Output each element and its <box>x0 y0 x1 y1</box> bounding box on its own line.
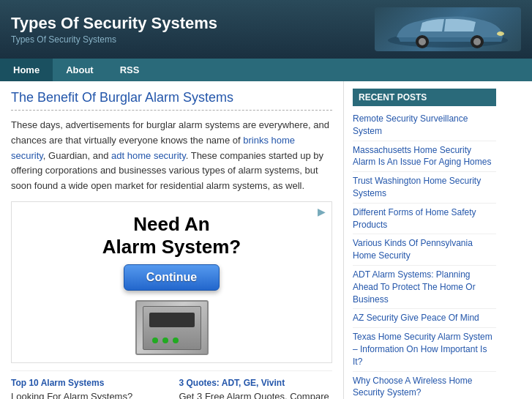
post-link-7[interactable]: Texas Home Security Alarm System – Infor… <box>353 332 492 367</box>
site-subtitle: Types Of Security Systems <box>11 34 217 45</box>
main-nav: Home About RSS <box>0 59 532 81</box>
list-item: Texas Home Security Alarm System – Infor… <box>353 328 496 371</box>
main-layout: The Benefit Of Burglar Alarm Systems The… <box>0 81 532 399</box>
bottom-link-1-desc: Looking For Alarm Systems? Compare Now! … <box>11 389 165 399</box>
list-item: Remote Security Surveillance System <box>353 110 496 141</box>
header-branding: Types Of Security Systems Types Of Secur… <box>11 14 217 45</box>
article-title: The Benefit Of Burglar Alarm Systems <box>11 90 332 111</box>
svg-point-4 <box>473 38 481 45</box>
list-item: AZ Security Give Peace Of Mind <box>353 309 496 328</box>
bottom-link-1: Top 10 Alarm Systems Looking For Alarm S… <box>11 377 165 399</box>
alarm-system-image <box>135 300 209 355</box>
bottom-link-2-title[interactable]: 3 Quotes: ADT, GE, Vivint <box>179 378 285 388</box>
sidebar: RECENT POSTS Remote Security Surveillanc… <box>344 81 505 399</box>
svg-point-5 <box>497 31 504 36</box>
list-item: ADT Alarm Systems: Planning Ahead To Pro… <box>353 266 496 309</box>
car-image <box>382 10 514 50</box>
article-text-mid: , Guardian, and <box>43 150 111 161</box>
continue-button[interactable]: Continue <box>124 264 220 291</box>
post-link-0[interactable]: Remote Security Surveillance System <box>353 113 468 136</box>
post-link-2[interactable]: Trust Washington Home Security Systems <box>353 176 481 198</box>
bottom-link-2: 3 Quotes: ADT, GE, Vivint Get 3 Free Ala… <box>179 377 333 399</box>
list-item: Various Kinds Of Pennsylvania Home Secur… <box>353 234 496 266</box>
nav-rss[interactable]: RSS <box>107 59 153 81</box>
bottom-ad-links: Top 10 Alarm Systems Looking For Alarm S… <box>11 370 332 399</box>
recent-posts-list: Remote Security Surveillance System Mass… <box>353 110 496 399</box>
article-body: These days, advertisements for burglar a… <box>11 118 332 194</box>
post-link-8[interactable]: Why Choose A Wireless Home Security Syst… <box>353 376 472 398</box>
bottom-link-1-title[interactable]: Top 10 Alarm Systems <box>11 378 104 388</box>
ad-arrow-icon: ▶ <box>318 206 326 217</box>
bottom-link-2-desc: Get 3 Free Alarm Quotes. Compare Compani… <box>179 389 333 399</box>
site-title: Types Of Security Systems <box>11 14 217 33</box>
list-item: Different Forms of Home Safety Products <box>353 204 496 235</box>
list-item: Massachusetts Home Security Alarm Is An … <box>353 141 496 173</box>
alarm-panel-graphic <box>143 306 201 350</box>
post-link-3[interactable]: Different Forms of Home Safety Products <box>353 207 476 230</box>
ad-block: ▶ Need An Alarm System? Continue <box>11 201 332 363</box>
list-item: Trust Washington Home Security Systems <box>353 172 496 204</box>
sidebar-recent-label: RECENT POSTS <box>353 89 496 106</box>
nav-about[interactable]: About <box>53 59 107 81</box>
header-image <box>375 7 521 51</box>
svg-point-2 <box>419 38 426 45</box>
post-link-6[interactable]: AZ Security Give Peace Of Mind <box>353 313 479 323</box>
nav-home[interactable]: Home <box>0 59 53 81</box>
post-link-1[interactable]: Massachusetts Home Security Alarm Is An … <box>353 145 491 168</box>
list-item: Why Choose A Wireless Home Security Syst… <box>353 372 496 399</box>
post-link-5[interactable]: ADT Alarm Systems: Planning Ahead To Pro… <box>353 269 476 305</box>
link-adt[interactable]: adt home security <box>111 150 186 161</box>
post-link-4[interactable]: Various Kinds Of Pennsylvania Home Secur… <box>353 238 473 261</box>
content-area: The Benefit Of Burglar Alarm Systems The… <box>0 81 344 399</box>
ad-headline: Need An Alarm System? <box>15 213 328 258</box>
page-header: Types Of Security Systems Types Of Secur… <box>0 0 532 59</box>
